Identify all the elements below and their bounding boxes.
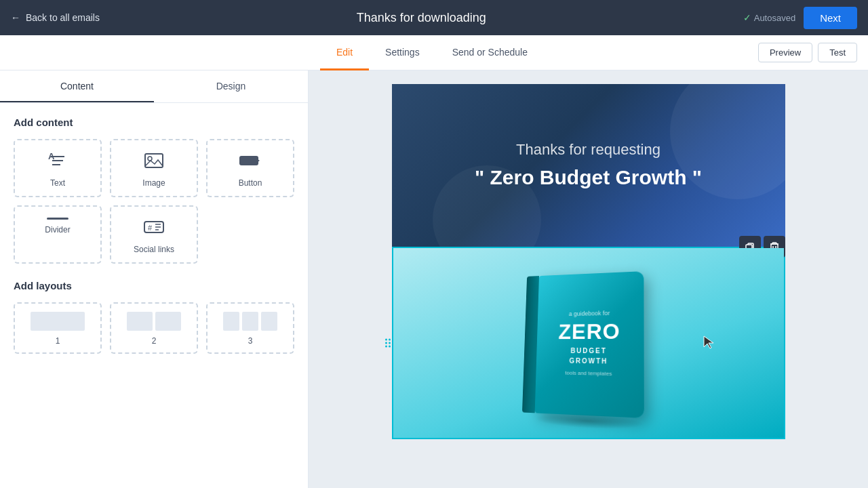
drag-handle[interactable] xyxy=(382,336,393,350)
add-layouts-title: Add layouts xyxy=(14,280,294,291)
email-canvas: Thanks for requesting " Zero Budget Grow… xyxy=(309,70,868,488)
layout-col xyxy=(261,312,277,331)
tab-send-or-schedule[interactable]: Send or Schedule xyxy=(436,36,544,70)
content-card-text[interactable]: A Text xyxy=(14,139,102,197)
layout-preview-1 xyxy=(31,312,85,331)
back-button[interactable]: ← Back to all emails xyxy=(11,12,100,23)
content-items-grid: A Text Image xyxy=(14,139,294,264)
cursor-indicator xyxy=(703,335,716,351)
book-cover: a guidebook for ZERO BUDGET GROWTH tools… xyxy=(534,271,644,418)
email-image-inner: a guidebook for ZERO BUDGET GROWTH tools… xyxy=(393,248,784,438)
sidebar-tabs: Content Design xyxy=(0,70,308,103)
svg-point-5 xyxy=(148,157,152,161)
layout-label-2: 2 xyxy=(152,336,157,346)
preview-button[interactable]: Preview xyxy=(758,43,812,62)
layout-col xyxy=(155,312,181,331)
layout-card-3col[interactable]: 3 xyxy=(206,302,294,354)
layout-label-1: 1 xyxy=(56,336,60,346)
autosaved-status: ✓ Autosaved xyxy=(743,12,795,23)
back-label: Back to all emails xyxy=(26,12,100,23)
sidebar-content: Add content A Text xyxy=(0,103,308,488)
email-title: Thanks for downloading xyxy=(357,11,486,25)
layout-card-1col[interactable]: 1 xyxy=(14,302,102,354)
book-growth: GROWTH xyxy=(569,357,608,365)
drag-dot xyxy=(385,346,387,348)
layout-preview-2 xyxy=(127,312,181,331)
email-header-banner: Thanks for requesting " Zero Budget Grow… xyxy=(392,84,785,247)
social-label: Social links xyxy=(134,245,174,254)
layout-label-3: 3 xyxy=(248,336,253,346)
drag-dots-row xyxy=(385,342,391,344)
autosaved-label: Autosaved xyxy=(754,13,795,23)
drag-dot xyxy=(385,342,387,344)
top-bar: ← Back to all emails Thanks for download… xyxy=(0,0,868,35)
check-icon: ✓ xyxy=(743,12,751,23)
tab-edit[interactable]: Edit xyxy=(320,36,369,70)
top-bar-actions: ✓ Autosaved Next xyxy=(743,7,857,29)
content-card-divider[interactable]: Divider xyxy=(14,205,102,264)
text-label: Text xyxy=(50,178,65,188)
drag-dots-row xyxy=(385,346,391,348)
sidebar: Content Design Add content A xyxy=(0,70,309,488)
button-label: Button xyxy=(239,178,262,188)
image-icon xyxy=(143,151,165,173)
sidebar-tab-design[interactable]: Design xyxy=(154,70,308,102)
drag-dot xyxy=(389,339,391,341)
header-subtitle: Thanks for requesting xyxy=(516,141,660,159)
divider-label: Divider xyxy=(45,225,70,235)
sub-nav: Edit Settings Send or Schedule Preview T… xyxy=(0,35,868,70)
content-card-social[interactable]: # Social links xyxy=(110,205,198,264)
content-card-image[interactable]: Image xyxy=(110,139,198,197)
layout-card-2col[interactable]: 2 xyxy=(110,302,198,354)
layout-col xyxy=(31,312,85,331)
svg-rect-6 xyxy=(239,156,258,165)
social-icon: # xyxy=(143,218,165,239)
layout-items-grid: 1 2 3 xyxy=(14,302,294,354)
sub-nav-actions: Preview Test xyxy=(758,43,857,62)
layout-col xyxy=(223,312,239,331)
main-layout: Content Design Add content A xyxy=(0,70,868,488)
header-title: " Zero Budget Growth " xyxy=(475,164,702,190)
arrow-left-icon: ← xyxy=(11,12,20,23)
test-button[interactable]: Test xyxy=(818,43,857,62)
divider-icon xyxy=(47,218,68,220)
content-card-button[interactable]: Button xyxy=(206,139,294,197)
drag-dot xyxy=(385,339,387,341)
drag-dot xyxy=(389,342,391,344)
svg-text:#: # xyxy=(148,224,153,232)
drag-dot xyxy=(389,346,391,348)
add-content-title: Add content xyxy=(14,117,294,128)
next-button[interactable]: Next xyxy=(804,7,857,29)
sub-nav-tabs: Edit Settings Send or Schedule xyxy=(106,35,758,70)
layout-preview-3 xyxy=(223,312,277,331)
email-wrapper: Thanks for requesting " Zero Budget Grow… xyxy=(392,84,785,439)
button-icon xyxy=(238,151,262,173)
book-illustration: a guidebook for ZERO BUDGET GROWTH tools… xyxy=(521,264,658,426)
svg-rect-4 xyxy=(145,154,163,167)
drag-dots-row xyxy=(385,339,391,341)
tab-settings[interactable]: Settings xyxy=(369,36,436,70)
book-budget: BUDGET xyxy=(570,347,607,354)
book-small-label: a guidebook for xyxy=(568,310,610,317)
layout-col xyxy=(242,312,258,331)
book-zero: ZERO xyxy=(558,319,620,344)
svg-text:A: A xyxy=(48,151,55,161)
text-icon: A xyxy=(47,151,68,173)
email-image-section[interactable]: a guidebook for ZERO BUDGET GROWTH tools… xyxy=(392,247,785,439)
image-label: Image xyxy=(142,178,165,188)
book-tools: tools and templates xyxy=(565,370,612,378)
layout-col xyxy=(127,312,153,331)
sidebar-tab-content[interactable]: Content xyxy=(0,70,154,102)
